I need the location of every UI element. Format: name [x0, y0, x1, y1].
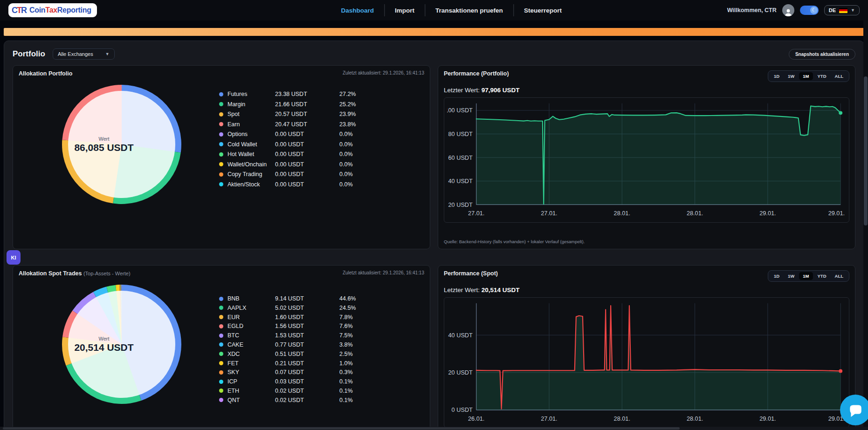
legend-label: QNT — [227, 397, 275, 403]
card-title: Allokation Portfolio — [19, 70, 72, 77]
user-avatar[interactable] — [782, 4, 794, 16]
legend-value: 1.53 USDT — [275, 332, 339, 339]
legend-value: 0.02 USDT — [275, 388, 339, 394]
legend-label: EGLD — [227, 323, 275, 329]
nav-item-transaktionen-pruefen[interactable]: Transaktionen pruefen — [425, 7, 513, 14]
range-button-1d[interactable]: 1D — [770, 272, 783, 280]
legend-row: EUR1.60 USDT7.8% — [219, 314, 418, 321]
svg-text:28.01.: 28.01. — [687, 415, 703, 422]
exchange-select[interactable]: Alle Exchanges ▼ — [53, 48, 115, 60]
spot-donut-chart: Wert 20,514 USDT — [19, 280, 200, 430]
vertical-scrollbar-thumb[interactable] — [864, 76, 868, 225]
legend-row: Spot20.57 USDT23.9% — [219, 111, 418, 117]
dark-mode-toggle[interactable]: ☾ — [800, 6, 819, 15]
svg-text:60 USDT: 60 USDT — [448, 154, 473, 161]
card-title: Performance (Portfolio) — [444, 70, 509, 77]
legend-color-dot — [219, 315, 223, 319]
language-selector[interactable]: DE ▼ — [824, 5, 860, 15]
last-updated-text: Zuletzt aktualisiert: 29.1.2026, 16:41:1… — [343, 270, 424, 275]
cards-row-2: Allokation Spot Trades (Top-Assets - Wer… — [13, 265, 855, 430]
legend-value: 0.00 USDT — [275, 131, 339, 137]
legend-label: Earn — [227, 121, 275, 128]
legend-label: SKY — [227, 369, 275, 375]
logo-monogram-icon: CTR — [12, 6, 26, 15]
range-button-1w[interactable]: 1W — [784, 72, 798, 80]
legend-row: SKY0.07 USDT0.3% — [219, 369, 418, 375]
range-button-1d[interactable]: 1D — [770, 72, 783, 80]
legend-percent: 1.0% — [339, 360, 418, 367]
legend-value: 0.00 USDT — [275, 181, 339, 188]
legend-percent: 25.2% — [339, 101, 418, 108]
source-note: Quelle: Backend-History (falls vorhanden… — [444, 235, 849, 244]
legend-color-dot — [219, 112, 223, 116]
svg-text:40 USDT: 40 USDT — [448, 332, 473, 339]
range-selector: 1D1W1MYTDALL — [768, 70, 849, 82]
legend-value: 0.00 USDT — [275, 171, 339, 177]
legend-percent: 44.6% — [339, 295, 418, 302]
nav-item-dashboard[interactable]: Dashboard — [331, 7, 385, 14]
range-button-all[interactable]: ALL — [831, 72, 847, 80]
vertical-scrollbar[interactable] — [863, 20, 868, 430]
legend-row: FET0.21 USDT1.0% — [219, 360, 418, 367]
ki-assistant-button[interactable]: KI — [7, 250, 21, 265]
range-button-all[interactable]: ALL — [831, 272, 847, 280]
portfolio-legend: Futures23.38 USDT27.2%Margin21.66 USDT25… — [200, 91, 424, 244]
legend-percent: 2.5% — [339, 351, 418, 357]
svg-text:28.01.: 28.01. — [687, 210, 703, 217]
legend-value: 0.03 USDT — [275, 378, 339, 385]
range-button-1m[interactable]: 1M — [799, 72, 813, 80]
legend-percent: 23.8% — [339, 121, 418, 128]
legend-value: 0.07 USDT — [275, 369, 339, 375]
legend-value: 0.02 USDT — [275, 397, 339, 403]
legend-color-dot — [219, 92, 223, 96]
cards-row-1: Allokation Portfolio Zuletzt aktualisier… — [13, 65, 855, 249]
chevron-down-icon: ▼ — [851, 8, 855, 13]
allocation-portfolio-card: Allokation Portfolio Zuletzt aktualisier… — [13, 65, 430, 249]
legend-color-dot — [219, 352, 223, 356]
legend-value: 1.60 USDT — [275, 314, 339, 321]
legend-color-dot — [219, 361, 223, 365]
legend-row: ETH0.02 USDT0.1% — [219, 388, 418, 394]
svg-text:80 USDT: 80 USDT — [448, 130, 473, 137]
legend-row: Wallet/Onchain0.00 USDT0.0% — [219, 161, 418, 168]
legend-color-dot — [219, 334, 223, 338]
exchange-select-value: Alle Exchanges — [58, 51, 93, 57]
card-title: Allokation Spot Trades (Top-Assets - Wer… — [19, 270, 131, 277]
legend-row: Cold Wallet0.00 USDT0.0% — [219, 141, 418, 148]
legend-color-dot — [219, 342, 223, 347]
legend-row: BNB9.14 USDT44.6% — [219, 295, 418, 302]
legend-color-dot — [219, 398, 223, 402]
horizontal-scrollbar-thumb[interactable] — [3, 427, 680, 430]
legend-value: 21.66 USDT — [275, 101, 339, 108]
legend-percent: 0.1% — [339, 388, 418, 394]
legend-row: Hot Wallet0.00 USDT0.0% — [219, 151, 418, 157]
nav-item-steuerreport[interactable]: Steuerreport — [514, 7, 572, 14]
legend-value: 0.51 USDT — [275, 351, 339, 357]
horizontal-scrollbar[interactable] — [0, 427, 868, 430]
legend-color-dot — [219, 306, 223, 310]
legend-row: AAPLX5.02 USDT24.5% — [219, 305, 418, 311]
nav-item-import[interactable]: Import — [385, 7, 425, 14]
legend-label: BNB — [227, 295, 275, 302]
legend-row: QNT0.02 USDT0.1% — [219, 397, 418, 403]
legend-label: Futures — [227, 91, 275, 97]
chevron-down-icon: ▼ — [105, 52, 110, 56]
chat-widget-button[interactable] — [840, 395, 868, 425]
dashboard-panel: Portfolio Alle Exchanges ▼ Snapshots akt… — [4, 41, 864, 430]
accent-progress-bar — [4, 28, 864, 36]
range-button-ytd[interactable]: YTD — [814, 272, 830, 280]
legend-label: XDC — [227, 351, 275, 357]
svg-text:27.01.: 27.01. — [468, 210, 484, 217]
range-button-1m[interactable]: 1M — [799, 272, 813, 280]
legend-label: ICP — [227, 378, 275, 385]
legend-label: EUR — [227, 314, 275, 321]
app-logo[interactable]: CTR CoinTaxReporting — [8, 3, 97, 17]
snapshots-refresh-button[interactable]: Snapshots aktualisieren — [789, 49, 855, 60]
last-value: 20,514 USDT — [482, 287, 520, 293]
legend-color-dot — [219, 172, 223, 177]
legend-color-dot — [219, 132, 223, 137]
range-button-ytd[interactable]: YTD — [814, 72, 830, 80]
legend-row: Aktien/Stock0.00 USDT0.0% — [219, 181, 418, 188]
range-button-1w[interactable]: 1W — [784, 272, 798, 280]
legend-value: 0.21 USDT — [275, 360, 339, 367]
